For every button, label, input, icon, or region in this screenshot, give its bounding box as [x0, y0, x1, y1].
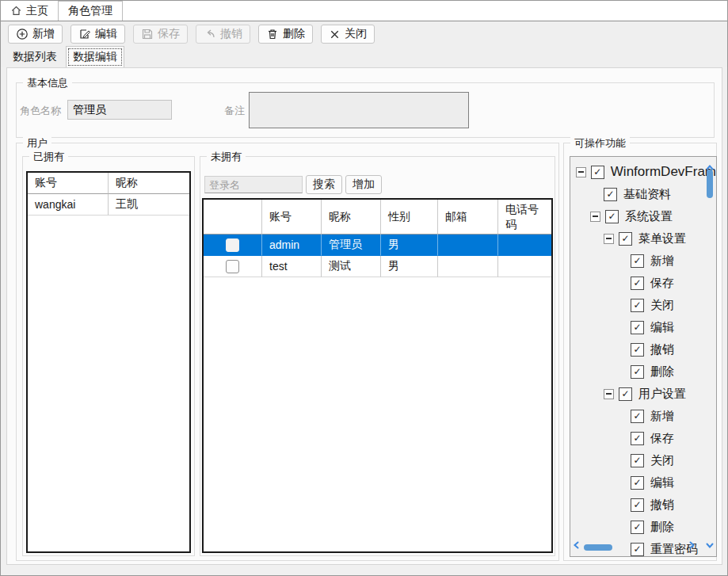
column-header: 昵称 — [322, 200, 381, 235]
tree-node-label: 基础资料 — [623, 187, 671, 202]
tree-checkbox-icon[interactable]: ✓ — [631, 498, 644, 512]
tree-node[interactable]: ✓用户设置 — [570, 383, 716, 405]
tree-checkbox-icon[interactable]: ✓ — [631, 321, 644, 334]
tree-indent — [570, 327, 617, 328]
collapse-icon[interactable] — [576, 167, 586, 177]
tree-checkbox-icon[interactable]: ✓ — [631, 299, 644, 312]
column-header — [204, 200, 262, 235]
tree-node-label: 关闭 — [650, 453, 674, 468]
tree-node[interactable]: ✓删除 — [570, 516, 716, 538]
close-button[interactable]: 关闭 — [321, 25, 375, 44]
close-button-label: 关闭 — [345, 27, 367, 41]
tree-node[interactable]: ✓菜单设置 — [570, 227, 716, 250]
table-row[interactable]: admin管理员男 — [204, 235, 551, 256]
subtab-data-edit[interactable]: 数据编辑 — [66, 46, 124, 68]
groupbox-users: 用户 已拥有 账号昵称 wangkai王凯 未拥有 搜索 增加 账号昵称性别邮箱… — [16, 143, 559, 561]
tree-node[interactable]: ✓撤销 — [570, 494, 716, 516]
column-header: 账号 — [262, 200, 322, 235]
collapse-icon[interactable] — [604, 389, 614, 399]
table-cell: 男 — [381, 235, 438, 256]
tab-role-label: 角色管理 — [68, 4, 112, 18]
table-cell: 管理员 — [322, 235, 381, 256]
tree-node[interactable]: ✓WinformDevFram — [570, 161, 716, 183]
tree-indent — [570, 283, 617, 284]
table-cell: admin — [262, 235, 322, 256]
tree-checkbox-icon[interactable]: ✓ — [631, 343, 644, 357]
tree-checkbox-icon[interactable]: ✓ — [604, 188, 617, 201]
basic-info-title: 基本信息 — [23, 76, 72, 90]
scroll-down-icon[interactable] — [706, 538, 714, 552]
new-button[interactable]: 新增 — [8, 25, 63, 44]
vertical-scrollbar-thumb[interactable] — [707, 170, 713, 198]
tree-node[interactable]: ✓新增 — [570, 250, 716, 272]
undo-button[interactable]: 撤销 — [196, 25, 250, 44]
delete-button[interactable]: 删除 — [258, 25, 313, 44]
table-cell: test — [262, 256, 322, 277]
tree-checkbox-icon[interactable]: ✓ — [631, 410, 644, 423]
horizontal-scrollbar-thumb[interactable] — [584, 544, 612, 551]
tree-checkbox-icon[interactable]: ✓ — [631, 521, 644, 534]
login-name-input[interactable] — [204, 176, 303, 193]
edit-button[interactable]: 编辑 — [71, 25, 125, 44]
tree-indent — [570, 527, 617, 528]
edit-icon — [78, 28, 91, 40]
tree-node[interactable]: ✓删除 — [570, 360, 716, 383]
add-button[interactable]: 增加 — [345, 175, 382, 194]
tree-indent — [570, 238, 604, 239]
tree-indent — [570, 172, 576, 173]
scroll-right-icon[interactable] — [688, 538, 696, 552]
tree-checkbox-icon[interactable]: ✓ — [631, 432, 644, 445]
row-checkbox-icon[interactable] — [226, 260, 239, 273]
tree-node[interactable]: ✓保存 — [570, 272, 716, 294]
tree-checkbox-icon[interactable]: ✓ — [605, 210, 619, 223]
tree-node[interactable]: ✓关闭 — [570, 294, 716, 316]
collapse-icon[interactable] — [604, 234, 614, 244]
save-button[interactable]: 保存 — [133, 25, 188, 44]
tree-node-label: 新增 — [650, 254, 674, 269]
row-checkbox-icon[interactable] — [226, 238, 239, 252]
tree-node[interactable]: ✓保存 — [570, 427, 716, 449]
tree-checkbox-icon[interactable]: ✓ — [631, 365, 644, 379]
role-name-input[interactable] — [67, 100, 172, 120]
column-header: 性别 — [381, 200, 438, 235]
table-row[interactable]: wangkai王凯 — [28, 194, 189, 216]
tree-indent — [570, 416, 617, 417]
tab-home[interactable]: 主页 — [1, 1, 58, 21]
app-window: 主页 角色管理 新增 编辑 保存 — [0, 0, 728, 576]
table-cell — [498, 256, 551, 277]
remark-textarea[interactable] — [249, 92, 469, 128]
unowned-table-header: 账号昵称性别邮箱电话号码 — [204, 200, 551, 235]
permissions-tree: ✓WinformDevFram✓基础资料✓系统设置✓菜单设置✓新增✓保存✓关闭✓… — [570, 156, 717, 557]
tree-node-label: 新增 — [650, 409, 674, 424]
tree-indent — [570, 305, 617, 306]
scroll-left-icon[interactable] — [573, 538, 580, 552]
owned-table-header: 账号昵称 — [28, 173, 189, 194]
tree-node[interactable]: ✓编辑 — [570, 471, 716, 494]
tree-indent — [570, 349, 617, 350]
search-button[interactable]: 搜索 — [306, 175, 342, 194]
tree-checkbox-icon[interactable]: ✓ — [619, 232, 632, 246]
tree-checkbox-icon[interactable]: ✓ — [619, 387, 632, 401]
tree-node-label: 删除 — [650, 520, 674, 535]
tab-role-management[interactable]: 角色管理 — [58, 1, 123, 21]
table-cell — [498, 235, 551, 256]
table-row[interactable]: test测试男 — [204, 256, 551, 277]
tree-checkbox-icon[interactable]: ✓ — [631, 254, 644, 268]
tree-node-label: 用户设置 — [638, 387, 686, 402]
column-header: 昵称 — [109, 173, 189, 194]
subtab-data-list[interactable]: 数据列表 — [7, 48, 63, 67]
tree-node[interactable]: ✓新增 — [570, 405, 716, 427]
owned-users-table: 账号昵称 wangkai王凯 — [26, 171, 191, 553]
tree-checkbox-icon[interactable]: ✓ — [591, 166, 604, 179]
tree-node[interactable]: ✓基础资料 — [570, 183, 716, 205]
collapse-icon[interactable] — [590, 212, 600, 222]
tree-checkbox-icon[interactable]: ✓ — [631, 476, 644, 490]
tree-node[interactable]: ✓编辑 — [570, 316, 716, 338]
tree-node[interactable]: ✓撤销 — [570, 338, 716, 360]
tree-checkbox-icon[interactable]: ✓ — [631, 543, 644, 556]
checkbox-cell — [204, 256, 262, 277]
tree-node[interactable]: ✓系统设置 — [570, 205, 716, 227]
tree-node[interactable]: ✓关闭 — [570, 449, 716, 471]
tree-checkbox-icon[interactable]: ✓ — [631, 454, 644, 467]
tree-checkbox-icon[interactable]: ✓ — [631, 277, 644, 290]
